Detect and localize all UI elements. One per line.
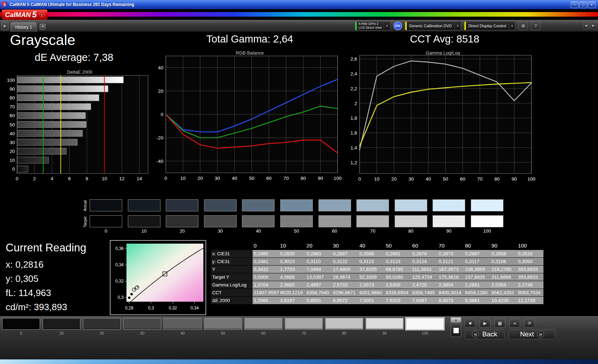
table-cell: 2,0354: [490, 281, 517, 289]
calman-logo-button[interactable]: CalMAN 5 ▾: [2, 10, 47, 20]
actual-swatch-70: [356, 199, 389, 211]
app-icon: 5: [2, 2, 7, 7]
add-tab-button[interactable]: +: [40, 24, 46, 30]
pattern-level-label: 0: [20, 331, 22, 335]
actual-swatch-40: [242, 199, 275, 211]
table-row-label: Y: [211, 266, 253, 273]
close-button[interactable]: ×: [588, 1, 596, 8]
chevron-down-icon: ▼: [454, 22, 461, 30]
display-control-dropdown[interactable]: Direct Display Control ▼: [464, 21, 515, 30]
swatch-level-labels: 0102030405060708090100: [90, 228, 503, 234]
table-cell: 0,3122: [332, 258, 359, 265]
pattern-level-90[interactable]: [366, 318, 404, 330]
maximize-button[interactable]: □: [579, 1, 587, 8]
settings-button[interactable]: ⚙: [518, 22, 528, 30]
table-cell: 111,3933: [411, 266, 438, 273]
table-cell: 0,3023: [279, 258, 306, 265]
pattern-level-label: 30: [140, 331, 144, 335]
pattern-level-60[interactable]: [244, 318, 282, 330]
reading-value-1: y: 0,305: [6, 272, 86, 286]
back-button[interactable]: « Back: [465, 329, 504, 339]
pattern-up-button[interactable]: ▲: [451, 317, 461, 323]
table-cell: 2,5300: [385, 281, 411, 289]
svg-text:80: 80: [494, 176, 500, 182]
pattern-level-70[interactable]: [285, 318, 323, 330]
pattern-level-column: 0: [2, 318, 40, 335]
svg-text:0,34: 0,34: [191, 306, 199, 311]
table-row-label: x: CIE31: [211, 250, 253, 257]
pattern-level-10[interactable]: [43, 318, 80, 330]
swatch-level-label: 10: [128, 228, 160, 234]
table-col-header: 60: [411, 241, 438, 250]
table-cell: 17,4800: [332, 266, 359, 273]
pattern-level-column: 50: [204, 318, 242, 335]
help-button[interactable]: ?: [531, 22, 540, 30]
pattern-level-20[interactable]: [83, 318, 121, 330]
swatch-level-label: 100: [471, 228, 503, 234]
swatch-strip: Actual Target 0102030405060708090100: [0, 193, 598, 238]
target-swatch-row: [90, 215, 503, 227]
target-row-label: Target: [83, 214, 87, 230]
pattern-window-button[interactable]: ▦: [495, 319, 505, 328]
source-dropdown[interactable]: Generic Calibration DVD ▼: [405, 21, 461, 30]
pattern-level-0[interactable]: [2, 318, 40, 330]
table-cell: 8358,7040: [305, 289, 332, 296]
gear-icon: ⚙: [521, 23, 525, 29]
tab-bar: ▶ History 1 + X-Rite i1Pro 2 LCD Direct …: [0, 20, 598, 32]
svg-text:0,36: 0,36: [115, 246, 124, 251]
svg-text:2,2: 2,2: [350, 86, 357, 91]
pattern-level-label: 10: [59, 331, 63, 335]
refresh-button[interactable]: ⟳: [524, 319, 535, 328]
table-cell: 2,3804: [438, 281, 464, 289]
collapse-right-button[interactable]: ▶: [590, 22, 597, 29]
table-col-header: 90: [490, 241, 517, 250]
svg-text:1,4: 1,4: [350, 145, 357, 150]
pattern-level-100[interactable]: [406, 318, 444, 330]
table-cell: 21907,9597: [253, 289, 279, 296]
next-button[interactable]: Next »: [509, 329, 555, 339]
table-cell: 1,7733: [279, 266, 306, 273]
swatch-level-label: 20: [166, 228, 198, 234]
play-button[interactable]: ▶: [480, 319, 490, 328]
table-cell: 0,3124: [411, 258, 438, 265]
table-cell: 0,2481: [253, 258, 279, 265]
tab-history-1[interactable]: History 1: [11, 22, 36, 32]
deltae-bar-chart: 024681012141009080706050403020100: [4, 73, 154, 181]
table-cell: 5,6501: [305, 297, 332, 304]
table-cell: 8459,1280: [464, 289, 491, 296]
table-col-header: 100: [517, 241, 543, 250]
pattern-level-label: 90: [382, 331, 387, 335]
target-swatch-50: [280, 215, 313, 227]
pattern-level-column: 30: [123, 318, 161, 335]
pattern-level-40[interactable]: [164, 318, 202, 330]
pattern-level-column: 10: [43, 318, 80, 335]
cct-average-reading: CCT Avg: 8518: [354, 33, 535, 45]
table-cell: 9083,7034: [517, 289, 543, 296]
swatch-level-label: 60: [318, 228, 351, 234]
svg-text:100: 100: [7, 78, 15, 83]
stop-button[interactable]: ■: [465, 319, 475, 328]
play-icon: ▶: [483, 321, 486, 326]
svg-text:60: 60: [460, 176, 465, 182]
table-col-header: 40: [358, 241, 385, 250]
pattern-stop-button[interactable]: [451, 324, 461, 337]
minimize-button[interactable]: ─: [571, 1, 579, 8]
target-swatch-20: [166, 215, 198, 227]
table-cell: 2,2881: [464, 281, 491, 289]
table-corner-cell: [211, 241, 253, 250]
table-cell: 0,2858: [490, 250, 517, 257]
panel-flyout-button[interactable]: ▶: [1, 22, 9, 30]
table-cell: 7,5001: [358, 297, 385, 304]
svg-text:0,3: 0,3: [118, 295, 124, 300]
collapse-left-button[interactable]: ◀: [583, 22, 589, 29]
svg-text:2: 2: [33, 176, 36, 181]
svg-text:70: 70: [10, 104, 15, 109]
pattern-level-30[interactable]: [123, 318, 161, 330]
logo-version: 5: [32, 10, 37, 19]
target-swatch-30: [204, 215, 237, 227]
meter-dropdown[interactable]: X-Rite i1Pro 2 LCD Direct View ▼: [355, 21, 391, 30]
pattern-level-80[interactable]: [325, 318, 363, 330]
pattern-level-50[interactable]: [204, 318, 242, 330]
continuous-button[interactable]: ∞: [509, 319, 520, 328]
svg-text:8: 8: [86, 176, 89, 181]
